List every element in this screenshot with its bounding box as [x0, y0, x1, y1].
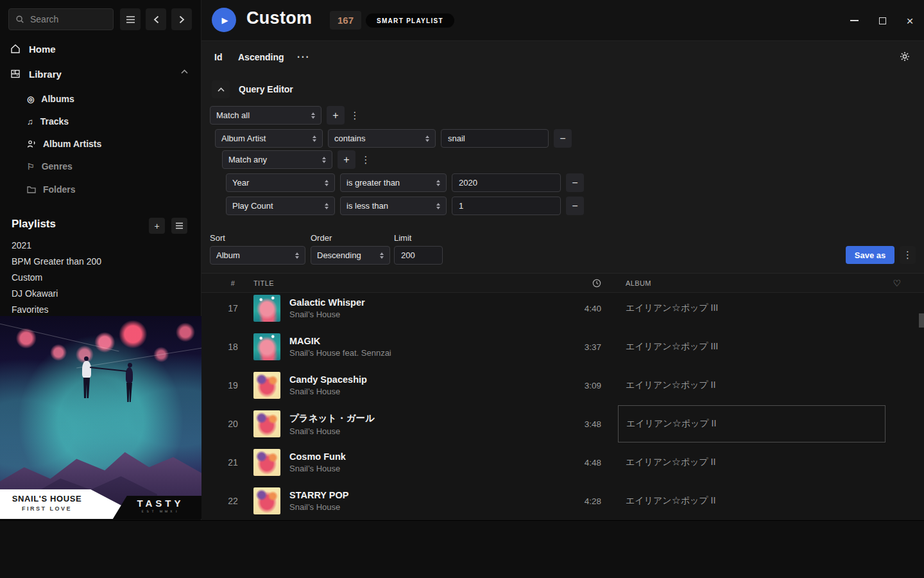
- playlist-list-button[interactable]: [171, 218, 187, 234]
- order-select[interactable]: Descending: [311, 246, 390, 265]
- table-row[interactable]: 20 プラネット・ガール Snail’s House 3:48 エイリアン☆ポッ…: [201, 405, 924, 443]
- add-rule-button[interactable]: +: [327, 106, 345, 125]
- sidebar-item-genres[interactable]: ⚐ Genres: [27, 159, 73, 173]
- table-row[interactable]: 17 Galactic Whisper Snail’s House 4:40 エ…: [201, 289, 924, 328]
- table-row[interactable]: 18 MAGIK Snail’s House feat. Sennzai 3:3…: [201, 328, 924, 366]
- subgroup-menu-button[interactable]: ⋮: [361, 154, 371, 166]
- remove-rule-button[interactable]: −: [566, 173, 584, 192]
- home-icon: [10, 44, 21, 54]
- column-header-favorite[interactable]: ♡: [886, 278, 909, 288]
- albums-icon: ◎: [27, 94, 34, 104]
- select-caret-icon: [311, 112, 315, 119]
- query-editor-collapse-button[interactable]: [212, 80, 230, 98]
- sort-field-button[interactable]: Id: [214, 52, 222, 62]
- track-album-focused[interactable]: エイリアン☆ポップ II: [618, 405, 886, 442]
- scrollbar-thumb[interactable]: [919, 313, 924, 328]
- rule-value-input[interactable]: 1: [452, 197, 561, 215]
- track-artist: Snail’s House: [289, 464, 538, 473]
- table-row[interactable]: 22 STARRY POP Snail’s House 4:28 エイリアン☆ポ…: [201, 482, 924, 520]
- minimize-button[interactable]: [844, 12, 864, 30]
- order-label: Order: [311, 233, 332, 243]
- match-any-value: Match any: [228, 155, 267, 164]
- rule-operator-select[interactable]: contains: [328, 129, 436, 148]
- column-header-album[interactable]: ALBUM: [618, 279, 886, 287]
- sort-direction-button[interactable]: Ascending: [238, 52, 284, 62]
- minus-icon: −: [572, 200, 578, 212]
- select-caret-icon: [325, 180, 329, 186]
- select-caret-icon: [436, 180, 440, 186]
- playlist-item[interactable]: 2021: [12, 239, 31, 252]
- sort-select[interactable]: Album: [210, 246, 305, 265]
- track-number: 20: [217, 419, 249, 429]
- player-bar: First Love ⋮ Snail’s House First Love 0:…: [0, 520, 924, 578]
- collapse-library-icon[interactable]: [181, 69, 188, 74]
- rule-value-input[interactable]: 2020: [452, 173, 561, 192]
- save-as-button[interactable]: Save as: [846, 246, 894, 264]
- sidebar-item-folders[interactable]: Folders: [27, 182, 76, 197]
- match-any-select[interactable]: Match any: [222, 150, 332, 169]
- rule-group-menu-button[interactable]: ⋮: [350, 110, 360, 121]
- rule-field-select[interactable]: Play Count: [226, 197, 335, 215]
- rule-field-value: Play Count: [232, 201, 273, 211]
- rule-operator-select[interactable]: is greater than: [340, 173, 447, 192]
- forward-button[interactable]: [171, 8, 192, 30]
- cover-label-logo: TASTY: [123, 498, 198, 509]
- column-header-duration[interactable]: [538, 279, 605, 288]
- list-icon: [175, 222, 184, 229]
- hamburger-icon: [126, 15, 135, 24]
- track-title: STARRY POP: [289, 490, 538, 500]
- list-options-button[interactable]: ⋯: [296, 49, 310, 64]
- chevron-right-icon: [179, 15, 185, 24]
- rule-field-select[interactable]: Album Artist: [215, 129, 323, 148]
- sidebar-item-albums[interactable]: ◎ Albums: [27, 92, 74, 106]
- rule-field-value: Year: [232, 178, 249, 188]
- remove-rule-button[interactable]: −: [566, 197, 584, 215]
- playlist-item[interactable]: Favorites: [12, 303, 49, 316]
- play-playlist-button[interactable]: ▶: [212, 8, 236, 32]
- track-artist: Snail’s House: [289, 387, 538, 396]
- select-caret-icon: [295, 252, 299, 259]
- playlist-header: ▶ Custom 167 SMART PLAYLIST ×: [201, 0, 924, 41]
- rule-operator-select[interactable]: is less than: [340, 197, 447, 215]
- back-button[interactable]: [146, 8, 166, 30]
- column-header-title[interactable]: TITLE: [249, 279, 538, 287]
- select-caret-icon: [322, 157, 326, 163]
- maximize-button[interactable]: [873, 12, 892, 30]
- close-button[interactable]: ×: [900, 12, 920, 30]
- rule-field-select[interactable]: Year: [226, 173, 335, 192]
- flag-icon: ⚐: [27, 162, 35, 171]
- limit-input[interactable]: 200: [394, 246, 443, 265]
- match-all-select[interactable]: Match all: [210, 106, 321, 125]
- search-input[interactable]: Search: [8, 8, 114, 30]
- column-header-number[interactable]: #: [217, 279, 249, 287]
- playlist-item[interactable]: BPM Greater than 200: [12, 255, 101, 268]
- settings-button[interactable]: [900, 51, 910, 62]
- sidebar-item-home[interactable]: Home: [10, 42, 56, 56]
- menu-button[interactable]: [120, 8, 141, 30]
- rule-field-value: Album Artist: [221, 134, 266, 143]
- playlist-item[interactable]: Custom: [12, 271, 42, 284]
- now-playing-cover-art[interactable]: SNAIL'S HOUSE FIRST LOVE TASTY ＥＳＴ ＭＭＸＩ: [0, 316, 201, 519]
- folder-icon: [27, 186, 36, 193]
- sidebar-item-label: Home: [29, 44, 56, 55]
- add-subrule-button[interactable]: +: [338, 150, 355, 169]
- play-icon: ▶: [222, 15, 228, 25]
- sort-value: Album: [216, 250, 240, 260]
- cover-figure-right: [126, 367, 133, 383]
- rule-operator-value: contains: [334, 134, 365, 143]
- table-row[interactable]: 21 Cosmo Funk Snail’s House 4:48 エイリアン☆ポ…: [201, 443, 924, 482]
- rule-operator-value: is less than: [346, 201, 388, 211]
- search-placeholder: Search: [30, 14, 58, 24]
- sidebar-item-tracks[interactable]: ♫ Tracks: [27, 114, 69, 128]
- save-options-button[interactable]: ⋮: [900, 246, 916, 264]
- rule-operator-value: is greater than: [346, 178, 400, 188]
- music-note-icon: ♫: [27, 117, 33, 127]
- cover-figure-left-legs: [83, 378, 90, 398]
- sidebar-item-album-artists[interactable]: Album Artists: [27, 137, 101, 151]
- remove-rule-button[interactable]: −: [554, 129, 572, 148]
- sidebar-item-library[interactable]: Library: [10, 67, 62, 81]
- rule-value-input[interactable]: snail: [441, 129, 549, 148]
- playlist-item[interactable]: DJ Okawari: [12, 287, 58, 300]
- add-playlist-button[interactable]: +: [149, 218, 165, 234]
- table-row[interactable]: 19 Candy Spaceship Snail’s House 3:09 エイ…: [201, 366, 924, 405]
